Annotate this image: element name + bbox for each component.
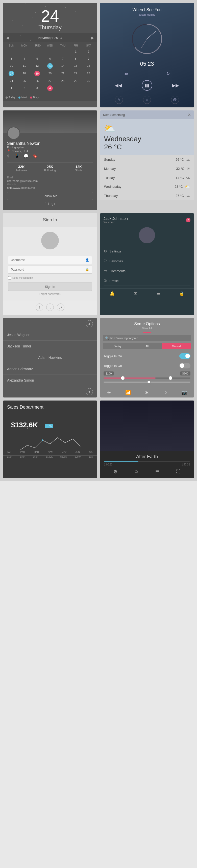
video-progress-fill — [104, 461, 138, 462]
video-card: After Earth 1:00:33 1:47:32 ⚙ ☺ ☰ ⛶ — [100, 401, 194, 478]
starfield — [100, 401, 194, 478]
video-background — [100, 401, 194, 451]
video-progress-bar[interactable] — [104, 461, 190, 462]
